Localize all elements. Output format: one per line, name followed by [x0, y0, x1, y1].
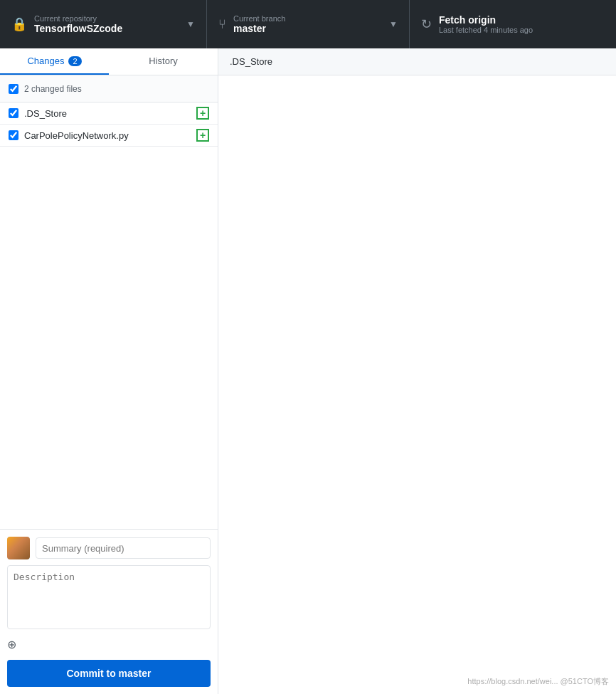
branch-icon: ⑂	[218, 17, 226, 32]
filename-1: CarPolePolicyNetwork.py	[24, 130, 191, 141]
changes-badge: 2	[68, 56, 81, 66]
watermark: https://blog.csdn.net/wei... @51CTO博客	[467, 676, 609, 687]
right-panel: .DS_Store https://blog.csdn.net/wei... @…	[218, 48, 616, 694]
changes-tab-label: Changes	[27, 56, 64, 66]
app-header: 🔒 Current repository TensorflowSZcode ▼ …	[0, 0, 616, 48]
commit-top-row	[7, 537, 211, 559]
commit-footer: ⊕	[7, 635, 211, 654]
add-icon-0: +	[196, 107, 209, 120]
branch-chevron-icon: ▼	[389, 19, 398, 29]
repo-chevron-icon: ▼	[186, 19, 195, 29]
tab-history[interactable]: History	[109, 48, 218, 75]
tab-bar: Changes 2 History	[0, 48, 218, 75]
commit-button[interactable]: Commit to master	[7, 660, 211, 687]
fetch-sublabel: Last fetched 4 minutes ago	[439, 26, 605, 34]
add-icon-1: +	[196, 129, 209, 142]
filename-0: .DS_Store	[24, 108, 191, 119]
description-textarea[interactable]	[7, 565, 211, 629]
file-list: .DS_Store + CarPolePolicyNetwork.py +	[0, 102, 218, 529]
right-panel-header: .DS_Store	[218, 48, 616, 75]
history-tab-label: History	[149, 56, 177, 66]
branch-label: Current branch	[233, 14, 382, 23]
branch-value: master	[233, 23, 382, 34]
selected-file-name: .DS_Store	[230, 56, 272, 67]
branch-section[interactable]: ⑂ Current branch master ▼	[207, 0, 410, 48]
changed-files-header: 2 changed files	[0, 75, 218, 102]
coauthor-icon[interactable]: ⊕	[7, 638, 16, 651]
main-layout: Changes 2 History 2 changed files .DS_St…	[0, 48, 616, 694]
list-item[interactable]: CarPolePolicyNetwork.py +	[0, 125, 218, 147]
tab-changes[interactable]: Changes 2	[0, 48, 109, 75]
repo-section[interactable]: 🔒 Current repository TensorflowSZcode ▼	[0, 0, 207, 48]
file-checkbox-0[interactable]	[9, 108, 18, 118]
changed-files-count: 2 changed files	[24, 84, 82, 94]
commit-area: ⊕ Commit to master	[0, 529, 218, 694]
avatar	[7, 537, 30, 559]
summary-input[interactable]	[36, 537, 211, 559]
fetch-section[interactable]: ↻ Fetch origin Last fetched 4 minutes ag…	[410, 0, 616, 48]
left-panel: Changes 2 History 2 changed files .DS_St…	[0, 48, 218, 694]
repo-label: Current repository	[34, 14, 179, 23]
file-checkbox-1[interactable]	[9, 130, 18, 140]
list-item[interactable]: .DS_Store +	[0, 102, 218, 125]
select-all-checkbox[interactable]	[9, 84, 18, 94]
right-panel-content: https://blog.csdn.net/wei... @51CTO博客	[218, 75, 616, 694]
lock-icon: 🔒	[11, 16, 27, 32]
refresh-icon: ↻	[421, 16, 432, 32]
fetch-label: Fetch origin	[439, 14, 605, 26]
repo-value: TensorflowSZcode	[34, 23, 179, 34]
